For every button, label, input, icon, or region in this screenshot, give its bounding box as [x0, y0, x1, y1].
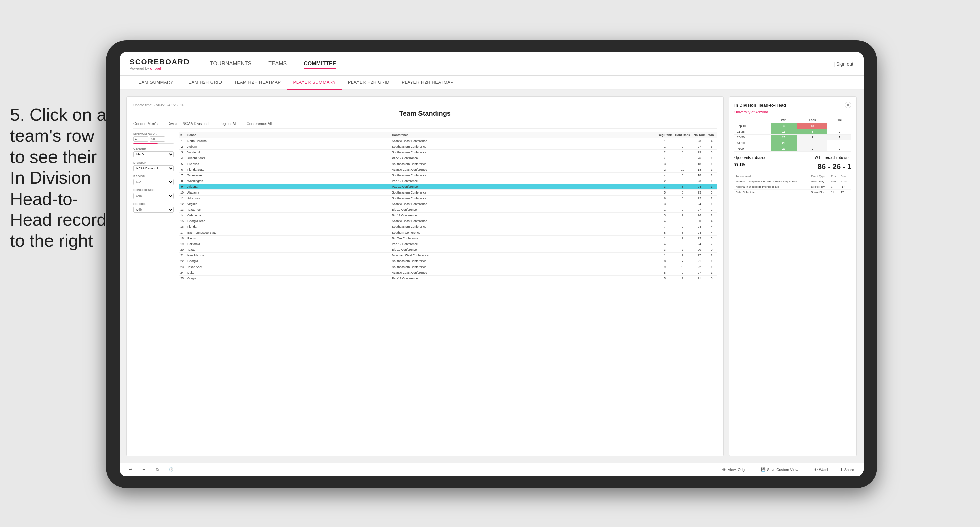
h2h-win: 20	[771, 140, 797, 146]
cell-no-tour: 23	[692, 236, 706, 241]
cell-conference: Big Ten Conference	[390, 236, 656, 241]
table-row[interactable]: 4 Arizona State Pac-12 Conference 4 6 26…	[179, 156, 717, 161]
min-rounds-min-input[interactable]	[133, 136, 148, 142]
cell-no-tour: 26	[692, 213, 706, 218]
slider-fill	[133, 143, 158, 144]
tour-score: 17	[839, 190, 851, 195]
region-select[interactable]: N/A	[133, 179, 174, 185]
share-icon: ⬆	[840, 467, 843, 472]
table-row[interactable]: 15 Georgia Tech Atlantic Coast Conferenc…	[179, 218, 717, 224]
table-row[interactable]: 25 Oregon Pac-12 Conference 5 7 21 0	[179, 276, 717, 281]
nav-committee[interactable]: COMMITTEE	[304, 59, 336, 69]
table-row[interactable]: 20 Texas Big 12 Conference 3 7 20 0	[179, 247, 717, 253]
table-row[interactable]: 3 Vanderbilt Southeastern Conference 2 8…	[179, 150, 717, 156]
cell-win: 4	[706, 218, 717, 224]
cell-win: 1	[706, 201, 717, 207]
division-select[interactable]: NCAA Division I	[133, 165, 174, 171]
cell-conference: Southeastern Conference	[390, 173, 656, 178]
cell-no-tour: 24	[692, 230, 706, 236]
standings-table: # School Conference Reg Rank Conf Rank N…	[179, 132, 717, 281]
cell-win: 1	[706, 259, 717, 264]
subnav-team-summary[interactable]: TEAM SUMMARY	[130, 76, 180, 89]
table-row[interactable]: 11 Arkansas Southeastern Conference 6 8 …	[179, 195, 717, 201]
table-row[interactable]: 14 Oklahoma Big 12 Conference 3 9 26 2	[179, 213, 717, 218]
clock-button[interactable]: 🕐	[166, 466, 177, 473]
school-select[interactable]: (All)	[133, 206, 174, 213]
nav-tournaments[interactable]: TOURNAMENTS	[210, 59, 251, 69]
save-custom-label: Save Custom View	[767, 468, 798, 472]
save-custom-button[interactable]: 💾 Save Custom View	[758, 466, 801, 473]
cell-conference: Southeastern Conference	[390, 224, 656, 230]
cell-no-tour: 23	[692, 138, 706, 144]
panel-inner: Minimum Rou... Gender	[133, 132, 717, 449]
gender-select[interactable]: Men's	[133, 151, 174, 157]
table-row[interactable]: 9 Arizona Pac-12 Conference 3 8 24 1	[179, 184, 717, 190]
watch-button[interactable]: 👁 Watch	[811, 467, 832, 473]
undo-button[interactable]: ↩	[126, 466, 135, 473]
view-icon: 👁	[722, 468, 726, 472]
cell-rank: 14	[179, 213, 186, 218]
filter-min-rounds-label: Minimum Rou...	[133, 132, 174, 135]
tournament-row: Jackson T. Stephens Cup Men's Match-Play…	[734, 179, 851, 184]
cell-win: 3	[706, 236, 717, 241]
table-row[interactable]: 1 North Carolina Atlantic Coast Conferen…	[179, 138, 717, 144]
cell-conference: Pac-12 Conference	[390, 276, 656, 281]
cell-reg-rank: 7	[656, 224, 674, 230]
copy-button[interactable]: ⧉	[153, 466, 161, 473]
redo-button[interactable]: ↪	[140, 466, 148, 473]
subnav-team-h2h-grid[interactable]: TEAM H2H GRID	[180, 76, 228, 89]
cell-conference: Southeastern Conference	[390, 144, 656, 150]
cell-win: 2	[706, 195, 717, 201]
cell-win: 2	[706, 213, 717, 218]
conference-select[interactable]: (All)	[133, 193, 174, 199]
tournament-row: Arizona Thunderbirds Intercollegiate Str…	[734, 184, 851, 190]
table-row[interactable]: 24 Duke Atlantic Coast Conference 5 9 27…	[179, 270, 717, 276]
table-row[interactable]: 17 East Tennessee State Southern Confere…	[179, 230, 717, 236]
cell-school: Texas	[186, 247, 390, 253]
subnav-player-h2h-heatmap[interactable]: PLAYER H2H HEATMAP	[396, 76, 460, 89]
sign-out-button[interactable]: Sign out	[834, 61, 853, 67]
col-conf-rank: Conf Rank	[673, 132, 692, 138]
share-button[interactable]: ⬆ Share	[837, 466, 857, 473]
table-row[interactable]: 10 Alabama Southeastern Conference 5 8 2…	[179, 190, 717, 195]
cell-conf-rank: 9	[673, 213, 692, 218]
table-row[interactable]: 8 Washington Pac-12 Conference 2 8 23 1	[179, 178, 717, 184]
cell-no-tour: 24	[692, 201, 706, 207]
cell-conf-rank: 10	[673, 264, 692, 270]
cell-school: Florida State	[186, 167, 390, 173]
annotation-text: 5. Click on a team's row to see their In…	[10, 104, 108, 251]
cell-reg-rank: 9	[656, 264, 674, 270]
h2h-close-button[interactable]: ✕	[845, 102, 851, 108]
nav-teams[interactable]: TEAMS	[268, 59, 287, 69]
min-rounds-max-input[interactable]	[150, 136, 165, 142]
cell-no-tour: 27	[692, 144, 706, 150]
table-row[interactable]: 22 Georgia Southeastern Conference 8 7 2…	[179, 259, 717, 264]
table-row[interactable]: 19 California Pac-12 Conference 4 8 24 2	[179, 241, 717, 247]
subnav-player-summary[interactable]: PLAYER SUMMARY	[287, 76, 342, 89]
table-row[interactable]: 12 Virginia Atlantic Coast Conference 3 …	[179, 201, 717, 207]
cell-reg-rank: 4	[656, 156, 674, 161]
cell-rank: 19	[179, 241, 186, 247]
cell-conference: Atlantic Coast Conference	[390, 201, 656, 207]
table-row[interactable]: 6 Florida State Atlantic Coast Conferenc…	[179, 167, 717, 173]
table-row[interactable]: 7 Tennessee Southeastern Conference 4 6 …	[179, 173, 717, 178]
subnav-team-h2h-heatmap[interactable]: TEAM H2H HEATMAP	[228, 76, 287, 89]
cell-rank: 17	[179, 230, 186, 236]
table-row[interactable]: 21 New Mexico Mountain West Conference 1…	[179, 253, 717, 259]
table-row[interactable]: 23 Texas A&M Southeastern Conference 9 1…	[179, 264, 717, 270]
cell-win: 1	[706, 161, 717, 167]
view-original-button[interactable]: 👁 View: Original	[720, 467, 753, 473]
table-row[interactable]: 13 Texas Tech Big 12 Conference 1 9 27 2	[179, 207, 717, 213]
cell-conf-rank: 8	[673, 150, 692, 156]
cell-conf-rank: 9	[673, 224, 692, 230]
cell-reg-rank: 1	[656, 253, 674, 259]
table-row[interactable]: 18 Illinois Big Ten Conference 1 9 23 3	[179, 236, 717, 241]
cell-win: 2	[706, 207, 717, 213]
cell-reg-rank: 3	[656, 184, 674, 190]
cell-rank: 21	[179, 253, 186, 259]
subnav-player-h2h-grid[interactable]: PLAYER H2H GRID	[342, 76, 396, 89]
cell-rank: 10	[179, 190, 186, 195]
table-row[interactable]: 16 Florida Southeastern Conference 7 9 2…	[179, 224, 717, 230]
table-row[interactable]: 5 Ole Miss Southeastern Conference 3 6 1…	[179, 161, 717, 167]
table-row[interactable]: 2 Auburn Southeastern Conference 1 9 27 …	[179, 144, 717, 150]
